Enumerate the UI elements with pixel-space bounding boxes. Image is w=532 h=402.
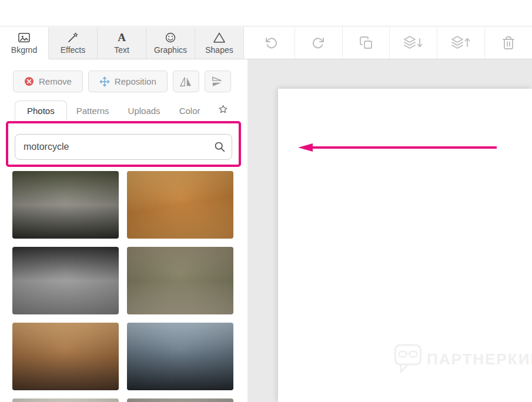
delete-icon (501, 36, 516, 50)
flip-horizontal-button[interactable] (173, 71, 199, 92)
tab-graphics[interactable]: Graphics (146, 27, 195, 59)
canvas-toolbar (247, 27, 532, 59)
main-tab-bar: Bkgrnd Effects A Text Graphics Shapes (0, 27, 247, 59)
subtab-label: Uploads (128, 106, 160, 116)
flip-vertical-button[interactable] (205, 71, 231, 92)
triangle-icon (213, 32, 226, 43)
background-actions: Remove Reposition (13, 71, 231, 92)
tab-label: Shapes (205, 45, 233, 55)
photo-search (15, 134, 232, 160)
redo-icon (312, 36, 326, 50)
canvas-workspace: ПАРТНЕРКИН (247, 59, 532, 402)
send-backward-button[interactable] (389, 27, 437, 59)
tab-label: Bkgrnd (11, 45, 37, 55)
subtab-label: Patterns (76, 106, 109, 116)
subtab-color[interactable]: Color (170, 101, 210, 120)
background-panel: Remove Reposition Photos Patterns (0, 59, 247, 402)
remove-label: Remove (39, 76, 72, 86)
remove-button[interactable]: Remove (13, 71, 83, 92)
tab-label: Effects (61, 45, 86, 55)
photo-thumbnail[interactable] (127, 247, 233, 314)
delete-button[interactable] (484, 27, 532, 59)
tab-effects[interactable]: Effects (49, 27, 98, 59)
tab-shapes[interactable]: Shapes (195, 27, 244, 59)
undo-button[interactable] (247, 27, 295, 59)
photo-thumbnail[interactable] (12, 171, 119, 239)
photo-thumbnail[interactable] (127, 398, 233, 402)
watermark: ПАРТНЕРКИН (394, 343, 532, 375)
undo-icon (264, 36, 278, 50)
photo-thumbnail[interactable] (127, 171, 233, 239)
bring-forward-button[interactable] (437, 27, 484, 59)
letter-a-icon: A (118, 32, 126, 43)
duplicate-icon (359, 36, 373, 50)
favorites-button[interactable] (218, 104, 229, 120)
search-input[interactable] (15, 134, 232, 160)
flip-horizontal-icon (179, 76, 192, 88)
send-backward-icon (403, 35, 423, 51)
subtab-label: Color (179, 106, 200, 116)
annotation-arrow-left[interactable] (297, 142, 498, 153)
move-cross-icon (99, 76, 110, 87)
subtab-patterns[interactable]: Patterns (67, 101, 119, 120)
image-icon (18, 32, 31, 43)
star-icon (218, 104, 229, 115)
subtab-photos[interactable]: Photos (15, 101, 67, 120)
remove-circle-x-icon (24, 76, 34, 86)
tab-bkgrnd[interactable]: Bkgrnd (0, 27, 49, 59)
bring-forward-icon (451, 35, 471, 51)
subtab-label: Photos (27, 106, 55, 116)
top-spacer (0, 0, 532, 26)
flip-vertical-icon (211, 76, 224, 88)
photo-thumbnail[interactable] (12, 323, 119, 390)
photo-thumbnail[interactable] (127, 323, 233, 390)
tab-label: Graphics (154, 45, 187, 55)
tab-label: Text (114, 45, 129, 55)
photo-thumbnail[interactable] (12, 247, 119, 314)
magic-wand-icon (67, 32, 79, 43)
tab-text[interactable]: A Text (98, 27, 146, 59)
library-subtabs: Photos Patterns Uploads Color (15, 101, 229, 120)
watermark-text: ПАРТНЕРКИН (427, 350, 532, 369)
duplicate-button[interactable] (342, 27, 390, 59)
speech-bubble-glasses-icon (394, 343, 422, 375)
reposition-button[interactable]: Reposition (88, 71, 168, 92)
reposition-label: Reposition (115, 76, 156, 86)
photo-results-grid (12, 171, 234, 402)
redo-button[interactable] (295, 27, 342, 59)
photo-editor-app: Bkgrnd Effects A Text Graphics Shapes (0, 0, 532, 402)
canvas-page[interactable]: ПАРТНЕРКИН (278, 89, 532, 402)
photo-thumbnail[interactable] (12, 398, 119, 402)
smiley-icon (165, 32, 176, 43)
search-icon[interactable] (213, 140, 226, 153)
subtab-uploads[interactable]: Uploads (119, 101, 170, 120)
